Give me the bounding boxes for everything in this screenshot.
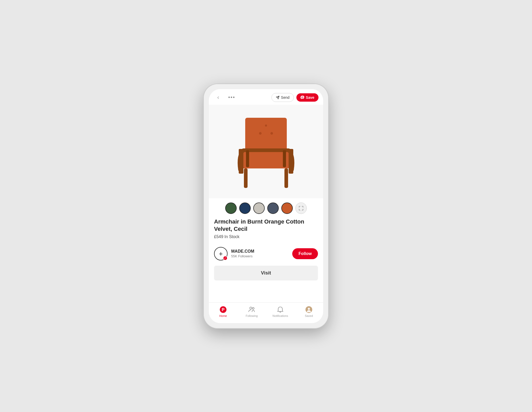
vendor-row: + ✓ MADE.COM 55K Followers Follow (209, 246, 323, 264)
vendor-avatar[interactable]: + ✓ (214, 247, 228, 260)
phone-frame: ‹ ••• Send Save (204, 84, 328, 328)
save-button[interactable]: Save (296, 93, 318, 102)
product-info: Armchair in Burnt Orange Cotton Velvet, … (209, 217, 323, 246)
svg-point-14 (250, 307, 252, 309)
more-options-button[interactable]: ••• (227, 93, 236, 102)
vendor-plus-icon: + (219, 250, 223, 257)
nav-item-following[interactable]: Following (237, 303, 266, 323)
color-swatch-grey[interactable] (253, 202, 265, 214)
verified-check-icon: ✓ (224, 257, 226, 259)
top-bar-right: Send Save (271, 93, 318, 102)
nav-label-home: Home (219, 314, 227, 317)
send-label: Send (281, 95, 290, 100)
nav-item-home[interactable]: P Home (209, 303, 237, 323)
nav-item-notifications[interactable]: Notifications (266, 303, 295, 323)
nav-label-saved: Saved (305, 314, 313, 317)
home-icon: P (220, 306, 227, 313)
nav-item-saved[interactable]: Saved (295, 303, 323, 323)
content-area: Armchair in Burnt Orange Cotton Velvet, … (209, 198, 323, 302)
expand-icon (298, 206, 304, 211)
more-colors-button[interactable] (295, 202, 307, 214)
pinterest-save-icon (301, 96, 304, 99)
vendor-followers: 55K Followers (231, 254, 289, 258)
visit-button-container: Visit (209, 264, 323, 286)
svg-rect-11 (283, 150, 286, 167)
phone-screen: ‹ ••• Send Save (209, 89, 323, 323)
saved-icon (305, 306, 312, 313)
svg-rect-7 (243, 148, 289, 152)
bottom-nav: P Home Following Notifi (209, 302, 323, 323)
color-swatch-slate[interactable] (267, 202, 279, 214)
color-swatch-navy[interactable] (239, 202, 251, 214)
product-image (209, 105, 323, 198)
verified-badge: ✓ (223, 256, 228, 260)
follow-button[interactable]: Follow (292, 248, 318, 259)
svg-text:P: P (222, 307, 225, 312)
nav-label-notifications: Notifications (272, 314, 288, 317)
svg-rect-0 (245, 118, 287, 152)
nav-label-following: Following (246, 314, 258, 317)
vendor-info: MADE.COM 55K Followers (231, 249, 289, 258)
notifications-icon (277, 306, 284, 313)
svg-rect-10 (246, 150, 249, 167)
more-options-icon: ••• (228, 94, 235, 100)
color-swatch-green[interactable] (225, 202, 237, 214)
top-bar: ‹ ••• Send Save (209, 89, 323, 105)
back-button[interactable]: ‹ (214, 93, 223, 102)
vendor-name: MADE.COM (231, 249, 289, 254)
svg-point-3 (265, 125, 267, 127)
save-label: Save (306, 95, 314, 100)
back-chevron-icon: ‹ (217, 94, 219, 101)
svg-point-1 (259, 132, 262, 135)
svg-point-2 (270, 132, 273, 135)
following-icon (248, 306, 255, 313)
product-title: Armchair in Burnt Orange Cotton Velvet, … (214, 218, 318, 233)
color-swatch-orange[interactable] (281, 202, 293, 214)
svg-point-17 (308, 308, 310, 310)
top-bar-left: ‹ ••• (214, 93, 236, 102)
chair-svg (224, 110, 308, 193)
svg-rect-9 (284, 168, 288, 188)
color-swatches (209, 198, 323, 217)
product-price: £549 In Stock (214, 234, 318, 239)
svg-rect-8 (244, 168, 248, 188)
send-icon (276, 96, 280, 99)
svg-point-15 (252, 308, 254, 309)
visit-button[interactable]: Visit (214, 266, 318, 280)
send-button[interactable]: Send (271, 93, 294, 102)
